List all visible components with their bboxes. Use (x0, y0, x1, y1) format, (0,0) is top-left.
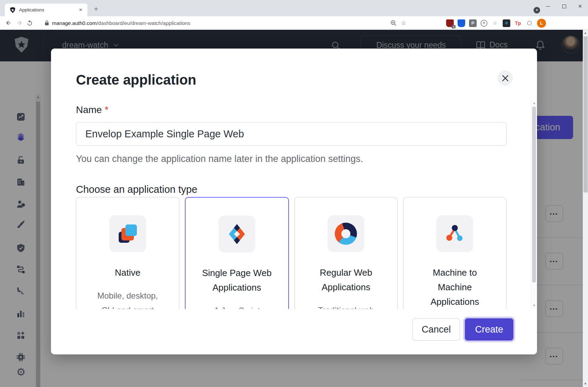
tab-title: Applications (19, 7, 77, 12)
lock-icon[interactable] (44, 20, 49, 26)
window-minimize-button[interactable] (540, 0, 556, 12)
modal-scroll-area: Name* You can change the application nam… (51, 100, 531, 309)
spa-icon-tile (219, 216, 255, 252)
card-regular-web[interactable]: Regular Web Applications Traditional web (295, 197, 398, 309)
browser-scrollbar[interactable]: ▲ ▼ (583, 30, 588, 387)
minimize-icon (546, 6, 550, 7)
modal-title: Create application (51, 49, 537, 88)
browser-tab-strip: Applications ✕ + ▾ ✕ (0, 0, 588, 16)
create-button[interactable]: Create (465, 318, 513, 341)
bookmark-star-icon[interactable]: ☆ (401, 19, 406, 27)
card-title: Native (76, 265, 179, 280)
card-single-page-web[interactable]: Single Page Web Applications A JavaScrip… (185, 197, 289, 309)
required-asterisk: * (105, 104, 109, 115)
reload-icon (26, 20, 33, 26)
single-page-app-icon (224, 222, 249, 247)
auth0-favicon-icon (10, 7, 16, 13)
tab-close-icon[interactable]: ✕ (77, 7, 84, 12)
forward-button[interactable] (14, 18, 24, 28)
card-title: Regular Web Applications (295, 265, 398, 294)
new-tab-button[interactable]: + (91, 4, 101, 14)
back-icon (5, 19, 12, 26)
bitwarden-extension-icon[interactable] (458, 19, 465, 27)
name-helper-text: You can change the application name late… (76, 153, 506, 164)
ublock-badge: 4 (452, 25, 455, 28)
page-scroll-down-icon[interactable]: ▼ (583, 382, 588, 386)
p-extension-icon[interactable]: P (469, 19, 477, 27)
m2m-icon-tile (436, 215, 473, 252)
back-button[interactable] (3, 18, 14, 28)
application-type-cards: Native Mobile, desktop, CLI and smart (76, 197, 506, 309)
browser-profile-avatar[interactable]: L (537, 19, 546, 28)
url-host: manage.auth0.com (52, 20, 96, 26)
create-application-modal: Create application Name* You can change … (51, 49, 537, 354)
tampermonkey-extension-icon[interactable]: Tp (514, 19, 522, 27)
card-title: Machine to Machine Applications (403, 265, 506, 309)
application-type-heading: Choose an application type (76, 183, 506, 196)
native-icon-tile (109, 215, 146, 252)
modal-scrollbar[interactable]: ▲ ▼ (531, 100, 537, 309)
name-field-label: Name* (76, 104, 506, 116)
browser-tab[interactable]: Applications ✕ (5, 3, 87, 16)
chrome-update-icon[interactable]: ▾ (534, 7, 540, 14)
forward-icon (16, 19, 23, 26)
page-scroll-thumb[interactable] (583, 36, 588, 192)
card-description: Traditional web (295, 303, 398, 309)
page-zoom-icon[interactable] (390, 20, 397, 26)
regular-web-icon-tile (327, 215, 364, 252)
card-title: Single Page Web Applications (186, 266, 288, 295)
react-devtools-extension-icon[interactable]: ⚛ (503, 19, 510, 27)
window-maximize-button[interactable] (556, 0, 572, 12)
application-name-input[interactable] (76, 122, 506, 146)
modal-footer: Cancel Create (412, 318, 513, 341)
modal-scroll-thumb[interactable] (532, 106, 536, 283)
close-icon (502, 75, 509, 81)
cancel-button[interactable]: Cancel (412, 318, 460, 341)
page-scroll-up-icon[interactable]: ▲ (583, 31, 588, 35)
modal-close-button[interactable] (497, 70, 513, 86)
regular-web-icon (335, 223, 357, 245)
window-controls: ✕ (540, 0, 588, 12)
window-close-button[interactable]: ✕ (572, 0, 588, 12)
modal-scroll-down-icon[interactable]: ▼ (531, 304, 537, 307)
card-native[interactable]: Native Mobile, desktop, CLI and smart (76, 197, 179, 309)
move-extension-icon[interactable]: ✛ (480, 20, 487, 27)
card-description: A JavaScript (186, 303, 288, 309)
address-bar[interactable]: manage.auth0.com/dashboard/eu/dream-watc… (52, 20, 190, 26)
card-machine-to-machine[interactable]: Machine to Machine Applications (403, 197, 506, 309)
browser-toolbar: manage.auth0.com/dashboard/eu/dream-watc… (0, 16, 588, 30)
screen: Applications ✕ + ▾ ✕ manage.auth0.com/da… (0, 0, 588, 387)
machine-to-machine-icon (442, 221, 467, 246)
extensions-row: 4 P ✛ ⌾ ⚛ Tp ⬡ L (446, 16, 546, 30)
extensions-puzzle-icon[interactable]: ⬡ (526, 19, 533, 27)
card-description: Mobile, desktop, CLI and smart (76, 289, 179, 309)
reload-button[interactable] (24, 18, 35, 28)
ublock-extension-icon[interactable]: 4 (446, 19, 454, 27)
modal-scroll-up-icon[interactable]: ▲ (531, 101, 537, 105)
screenshot-extension-icon[interactable]: ⌾ (491, 19, 499, 27)
native-icon (115, 221, 140, 246)
url-path: /dashboard/eu/dream-watch/applications (96, 20, 190, 26)
maximize-icon (562, 5, 566, 8)
